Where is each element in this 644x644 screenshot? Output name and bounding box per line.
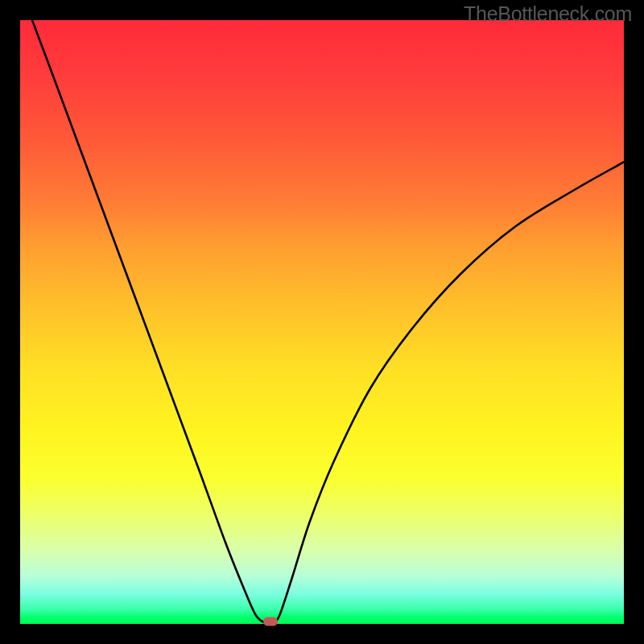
- watermark-text: TheBottleneck.com: [464, 2, 632, 26]
- bottleneck-curve: [20, 20, 624, 624]
- chart-frame: TheBottleneck.com: [0, 0, 644, 644]
- optimal-marker: [263, 617, 278, 626]
- plot-area: [20, 20, 624, 624]
